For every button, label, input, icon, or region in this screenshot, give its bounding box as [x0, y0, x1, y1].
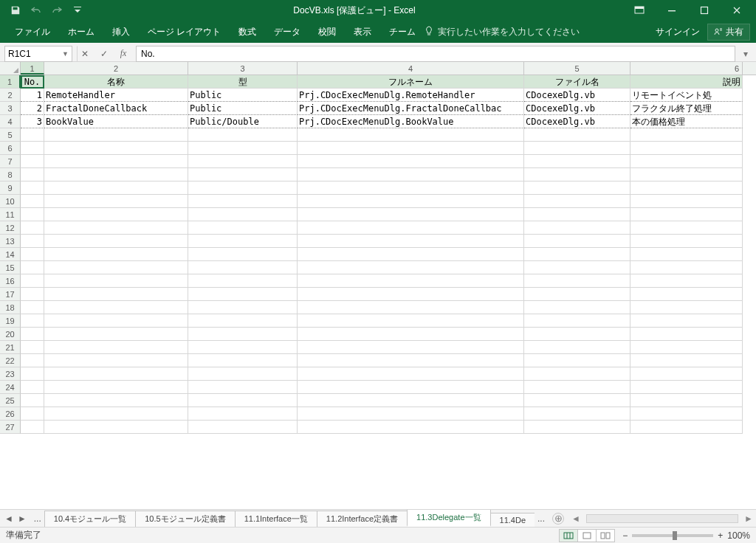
cell[interactable]: [188, 381, 298, 394]
cell[interactable]: [188, 274, 298, 288]
header-cell[interactable]: 名称: [44, 75, 188, 89]
row-header[interactable]: 20: [0, 328, 21, 341]
cell[interactable]: [44, 155, 188, 168]
cell[interactable]: [44, 235, 188, 248]
header-cell[interactable]: No.: [21, 75, 44, 89]
row-header[interactable]: 11: [0, 208, 21, 221]
maximize-button[interactable]: [688, 0, 721, 21]
cell[interactable]: [298, 195, 524, 208]
cell[interactable]: [44, 248, 188, 261]
redo-icon[interactable]: [49, 2, 65, 18]
cell[interactable]: [524, 168, 630, 181]
cell[interactable]: [21, 328, 44, 341]
col-header[interactable]: 2: [44, 62, 188, 75]
cell[interactable]: [298, 168, 524, 181]
row-header[interactable]: 8: [0, 168, 21, 181]
cell[interactable]: [188, 328, 298, 341]
cell[interactable]: [524, 195, 630, 208]
cell[interactable]: [298, 301, 524, 314]
cell[interactable]: [630, 301, 743, 314]
cell[interactable]: [524, 248, 630, 261]
cell[interactable]: [188, 341, 298, 354]
cell[interactable]: [188, 354, 298, 367]
cell[interactable]: [188, 301, 298, 314]
cell[interactable]: [524, 221, 630, 235]
cell[interactable]: [188, 288, 298, 301]
scroll-left-icon[interactable]: ◄: [571, 513, 580, 524]
cell[interactable]: [524, 314, 630, 328]
header-cell[interactable]: 説明: [630, 75, 743, 89]
cell[interactable]: [44, 421, 188, 434]
cell[interactable]: [21, 381, 44, 394]
cell[interactable]: [188, 314, 298, 328]
ribbon-display-icon[interactable]: [623, 0, 656, 21]
tab-file[interactable]: ファイル: [6, 21, 59, 43]
cell[interactable]: 3: [21, 115, 44, 128]
row-header[interactable]: 27: [0, 421, 21, 434]
cell[interactable]: [21, 235, 44, 248]
formula-expand-icon[interactable]: ▾: [740, 49, 752, 59]
cell[interactable]: [524, 301, 630, 314]
cell[interactable]: [630, 328, 743, 341]
row-header[interactable]: 1: [0, 75, 21, 89]
col-header[interactable]: 6: [630, 62, 743, 75]
cell[interactable]: [21, 128, 44, 142]
cell[interactable]: Public/Double: [188, 115, 298, 128]
undo-icon[interactable]: [28, 2, 44, 18]
cell[interactable]: [44, 314, 188, 328]
row-header[interactable]: 16: [0, 274, 21, 288]
row-header[interactable]: 12: [0, 221, 21, 235]
overflow-right[interactable]: ...: [535, 513, 548, 524]
cell[interactable]: [44, 221, 188, 235]
cell[interactable]: [44, 181, 188, 195]
cell[interactable]: [298, 421, 524, 434]
cell[interactable]: [298, 341, 524, 354]
cell[interactable]: [298, 235, 524, 248]
cell[interactable]: [524, 274, 630, 288]
col-header[interactable]: 5: [524, 62, 630, 75]
cell[interactable]: [630, 195, 743, 208]
cell[interactable]: [21, 261, 44, 274]
cell[interactable]: [188, 394, 298, 407]
qat-customize-icon[interactable]: [69, 2, 86, 18]
cell[interactable]: CDocexeDlg.vb: [524, 102, 630, 115]
header-cell[interactable]: 型: [188, 75, 298, 89]
cell[interactable]: [44, 328, 188, 341]
cell[interactable]: [21, 421, 44, 434]
cell[interactable]: [524, 261, 630, 274]
cell[interactable]: [21, 288, 44, 301]
cell[interactable]: [524, 288, 630, 301]
cell[interactable]: FractalDoneCallback: [44, 102, 188, 115]
cell[interactable]: [524, 208, 630, 221]
row-header[interactable]: 19: [0, 314, 21, 328]
cell[interactable]: [21, 407, 44, 421]
cell[interactable]: 本の価格処理: [630, 115, 743, 128]
cell[interactable]: [44, 208, 188, 221]
cell[interactable]: [298, 407, 524, 421]
share-button[interactable]: 共有: [707, 24, 750, 41]
tab-home[interactable]: ホーム: [59, 21, 103, 43]
cell[interactable]: [524, 128, 630, 142]
cell[interactable]: Public: [188, 102, 298, 115]
cell[interactable]: [630, 168, 743, 181]
cell[interactable]: [630, 341, 743, 354]
cell[interactable]: [298, 288, 524, 301]
cell[interactable]: [630, 314, 743, 328]
col-header[interactable]: 4: [298, 62, 524, 75]
cell[interactable]: [21, 142, 44, 155]
cell[interactable]: [21, 367, 44, 381]
row-header[interactable]: 10: [0, 195, 21, 208]
cell[interactable]: [188, 367, 298, 381]
cell[interactable]: [298, 155, 524, 168]
cell[interactable]: Prj.CDocExecMenuDlg.BookValue: [298, 115, 524, 128]
sheet-next-icon[interactable]: ►: [18, 513, 27, 524]
cell[interactable]: [630, 142, 743, 155]
cell[interactable]: [44, 301, 188, 314]
cell[interactable]: [44, 394, 188, 407]
cell[interactable]: フラクタル終了処理: [630, 102, 743, 115]
cell[interactable]: [298, 274, 524, 288]
row-header[interactable]: 9: [0, 181, 21, 195]
tab-view[interactable]: 表示: [345, 21, 380, 43]
cell[interactable]: [188, 421, 298, 434]
sheet-tab[interactable]: 10.5モジュール定義書: [135, 511, 235, 527]
